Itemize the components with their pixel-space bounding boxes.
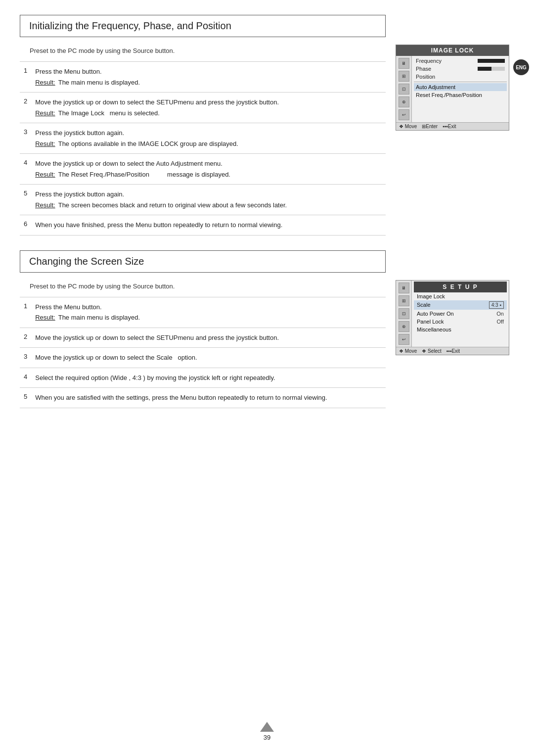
osd-image-lock: IMAGE LOCK 🖥 ⊞ ⊡ ⊕ ↩ Frequency — [396, 45, 509, 131]
step-content: Press the Menu button. Result: The main … — [33, 62, 386, 93]
osd-setup-autopwr-value: On — [496, 311, 504, 317]
osd-setup-footer-select: ❖ Select — [422, 348, 442, 354]
step-number: 2 — [20, 328, 33, 348]
osd-setup-footer: ❖ Move ❖ Select ▪▪▪Exit — [396, 347, 509, 355]
step-content: When you are satisfied with the settings… — [33, 388, 386, 408]
osd-setup-imagelock-row: Image Lock — [414, 292, 507, 300]
osd-footer-move: ❖ Move — [399, 124, 417, 129]
page-number: 39 — [264, 734, 270, 741]
step-main-text: Press the joystick button again. — [35, 128, 382, 138]
step-number: 1 — [20, 62, 33, 93]
osd-setup: 🖥 ⊞ ⊡ ⊕ ↩ S E T U P Image Lock Scale 4:3… — [396, 280, 509, 355]
osd-setup-panellock-row: Panel Lock Off — [414, 318, 507, 326]
osd-phase-row: Phase — [414, 65, 507, 73]
step-content: Move the joystick up or down to select t… — [33, 93, 386, 123]
section2-steps: 1 Press the Menu button. Result: The mai… — [20, 297, 386, 408]
step-result: Result: The main menu is displayed. — [35, 78, 382, 88]
step-number: 1 — [20, 297, 33, 328]
osd-footer: ❖ Move ⊞Enter ▪▪▪Exit — [396, 122, 509, 130]
osd-setup-body: 🖥 ⊞ ⊡ ⊕ ↩ S E T U P Image Lock Scale 4:3… — [396, 281, 509, 347]
step-content: Move the joystick up or down to select t… — [33, 154, 386, 185]
step-number: 4 — [20, 154, 33, 185]
step-content: Press the joystick button again. Result:… — [33, 185, 386, 215]
section1-title: Initializing the Frequency, Phase, and P… — [20, 15, 386, 37]
step-main-text: Press the Menu button. — [35, 67, 382, 77]
osd-setup-scale-label: Scale — [417, 302, 431, 308]
eng-badge: ENG — [513, 59, 529, 75]
step-number: 3 — [20, 348, 33, 368]
result-text: The screen becomes black and return to o… — [58, 200, 287, 210]
step-main-text: When you have finished, press the Menu b… — [35, 220, 382, 230]
osd-setup-autopwr-row: Auto Power On On — [414, 310, 507, 318]
step-result: Result: The options available in the IMA… — [35, 139, 382, 149]
step-main-text: Move the joystick up or down to select t… — [35, 353, 382, 363]
result-text: The Reset Freq./Phase/Position message i… — [58, 170, 230, 180]
step-main-text: Select the required option (Wide , 4:3 )… — [35, 373, 382, 383]
table-row: 4 Move the joystick up or down to select… — [20, 154, 386, 185]
step-main-text: Press the Menu button. — [35, 302, 382, 312]
osd-setup-icon-2: ⊞ — [399, 295, 409, 306]
table-row: 1 Press the Menu button. Result: The mai… — [20, 297, 386, 328]
osd-icon-2: ⊞ — [399, 71, 409, 82]
osd-setup-icon-5: ↩ — [399, 334, 409, 345]
step-content: Press the Menu button. Result: The main … — [33, 297, 386, 328]
section1-left: Initializing the Frequency, Phase, and P… — [20, 15, 386, 236]
step-content: When you have finished, press the Menu b… — [33, 215, 386, 236]
result-text: The main menu is displayed. — [58, 78, 140, 88]
osd-icon-4: ⊕ — [399, 96, 409, 107]
step-main-text: Move the joystick up or down to select t… — [35, 333, 382, 343]
step-main-text: Move the joystick up or down to select t… — [35, 97, 382, 107]
osd-footer-exit: ▪▪▪Exit — [443, 124, 456, 129]
section2-title: Changing the Screen Size — [20, 250, 386, 273]
osd-auto-adj-label: Auto Adjustment — [416, 84, 455, 90]
result-label: Result: — [35, 139, 55, 149]
step-main-text: Move the joystick up or down to select t… — [35, 159, 382, 169]
section1-osd: IMAGE LOCK 🖥 ⊞ ⊡ ⊕ ↩ Frequency — [396, 15, 514, 236]
section2-preset-note: Preset to the PC mode by using the Sourc… — [30, 283, 386, 290]
result-text: The main menu is displayed. — [58, 313, 140, 323]
step-content: Press the joystick button again. Result:… — [33, 123, 386, 154]
result-text: The Image Lock menu is selected. — [58, 108, 160, 118]
osd-setup-title-bar: S E T U P — [414, 282, 507, 292]
osd-phase-bar — [478, 67, 505, 71]
table-row: 1 Press the Menu button. Result: The mai… — [20, 62, 386, 93]
osd-setup-misc-row: Miscellaneous — [414, 326, 507, 333]
step-main-text: When you are satisfied with the settings… — [35, 393, 382, 403]
osd-title: IMAGE LOCK — [396, 45, 509, 56]
osd-content: Frequency Phase Position Auto Adjustment — [412, 56, 509, 122]
osd-setup-autopwr-label: Auto Power On — [417, 311, 454, 317]
osd-auto-adj-row: Auto Adjustment — [414, 83, 507, 91]
step-content: Select the required option (Wide , 4:3 )… — [33, 368, 386, 388]
osd-icons: 🖥 ⊞ ⊡ ⊕ ↩ — [396, 56, 412, 122]
result-label: Result: — [35, 78, 55, 88]
table-row: 5 When you are satisfied with the settin… — [20, 388, 386, 408]
section2-left: Changing the Screen Size Preset to the P… — [20, 250, 386, 408]
osd-setup-footer-exit: ▪▪▪Exit — [446, 348, 460, 354]
table-row: 5 Press the joystick button again. Resul… — [20, 185, 386, 215]
table-row: 6 When you have finished, press the Menu… — [20, 215, 386, 236]
osd-setup-icon-1: 🖥 — [399, 283, 409, 293]
osd-body: 🖥 ⊞ ⊡ ⊕ ↩ Frequency Phase — [396, 56, 509, 122]
table-row: 3 Press the joystick button again. Resul… — [20, 123, 386, 154]
table-row: 2 Move the joystick up or down to select… — [20, 93, 386, 123]
osd-setup-panellock-value: Off — [497, 319, 504, 325]
step-result: Result: The main menu is displayed. — [35, 313, 382, 323]
page-number-area: 39 — [260, 722, 274, 741]
result-text: The options available in the IMAGE LOCK … — [58, 139, 238, 149]
step-number: 2 — [20, 93, 33, 123]
step-number: 6 — [20, 215, 33, 236]
section1: Initializing the Frequency, Phase, and P… — [20, 15, 514, 236]
osd-setup-scale-row: Scale 4:3 ▪ — [414, 300, 507, 310]
osd-setup-content: S E T U P Image Lock Scale 4:3 ▪ Auto Po… — [412, 281, 509, 347]
result-label: Result: — [35, 313, 55, 323]
table-row: 3 Move the joystick up or down to select… — [20, 348, 386, 368]
osd-setup-misc-label: Miscellaneous — [417, 327, 451, 332]
result-label: Result: — [35, 200, 55, 210]
page-up-triangle — [260, 722, 274, 732]
osd-setup-scale-value: 4:3 ▪ — [489, 301, 504, 309]
osd-phase-label: Phase — [416, 66, 431, 72]
osd-icon-5: ↩ — [399, 109, 409, 120]
section2-osd: 🖥 ⊞ ⊡ ⊕ ↩ S E T U P Image Lock Scale 4:3… — [396, 250, 514, 408]
osd-freq-label: Frequency — [416, 58, 442, 64]
step-number: 5 — [20, 388, 33, 408]
